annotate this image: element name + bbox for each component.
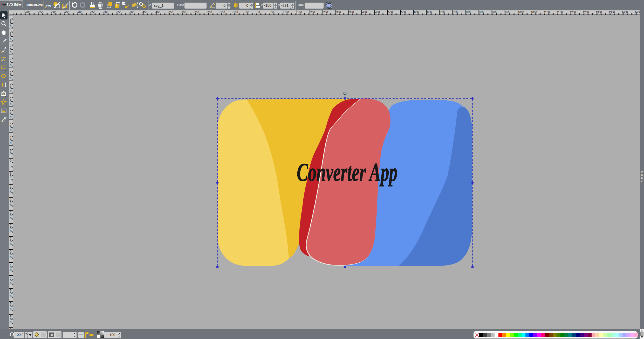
svg-text:svg: svg: [45, 3, 51, 7]
svg-text:T: T: [1, 82, 4, 88]
